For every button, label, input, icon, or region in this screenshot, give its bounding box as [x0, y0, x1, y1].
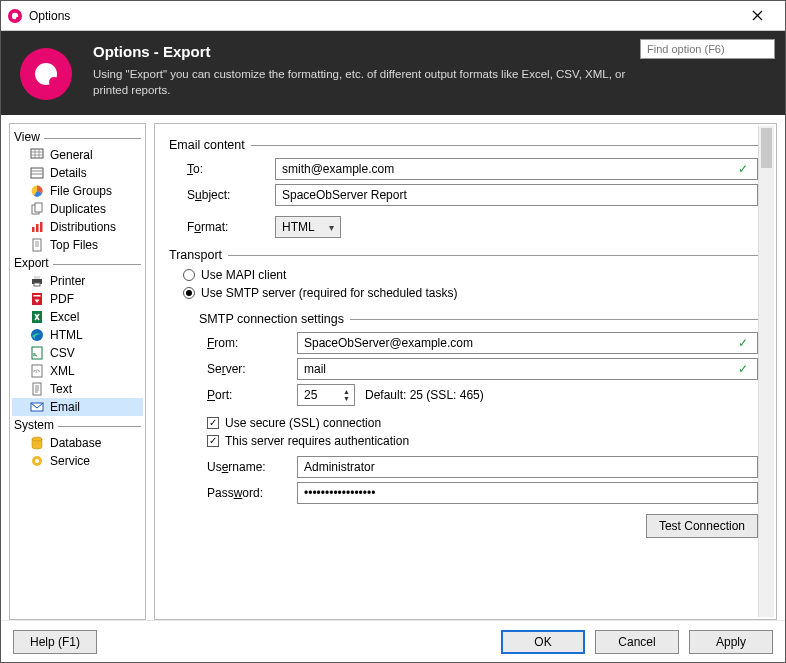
- sidebar-item-general[interactable]: General: [12, 146, 143, 164]
- sidebar-item-printer[interactable]: Printer: [12, 272, 143, 290]
- sidebar-item-label: Printer: [50, 274, 85, 288]
- svg-rect-14: [40, 222, 43, 232]
- sidebar-item-file-groups[interactable]: File Groups: [12, 182, 143, 200]
- svg-point-5: [49, 77, 59, 87]
- spin-up-icon[interactable]: ▲: [341, 388, 352, 395]
- username-input[interactable]: [297, 456, 758, 478]
- radio-mapi[interactable]: Use MAPI client: [183, 268, 758, 282]
- mail-icon: [30, 400, 44, 414]
- dialog-footer: Help (F1) OK Cancel Apply: [1, 620, 785, 662]
- svg-rect-13: [36, 224, 39, 232]
- find-option-search[interactable]: [640, 39, 775, 59]
- sidebar-item-distributions[interactable]: Distributions: [12, 218, 143, 236]
- subject-input[interactable]: [275, 184, 758, 206]
- txt-icon: [30, 382, 44, 396]
- password-input[interactable]: [297, 482, 758, 504]
- sidebar-group-view: View: [12, 128, 143, 146]
- sidebar-item-pdf[interactable]: PDF: [12, 290, 143, 308]
- sidebar-item-details[interactable]: Details: [12, 164, 143, 182]
- from-input[interactable]: ✓: [297, 332, 758, 354]
- sidebar-item-label: CSV: [50, 346, 75, 360]
- sidebar-item-label: Top Files: [50, 238, 98, 252]
- sidebar-item-csv[interactable]: a,CSV: [12, 344, 143, 362]
- checkbox-icon-checked: [207, 417, 219, 429]
- sidebar-group-export: Export: [12, 254, 143, 272]
- svg-rect-11: [35, 203, 42, 212]
- banner: Options - Export Using "Export" you can …: [1, 31, 785, 115]
- pie-icon: [30, 184, 44, 198]
- sidebar-item-label: Details: [50, 166, 87, 180]
- edge-icon: [30, 328, 44, 342]
- radio-icon: [183, 269, 195, 281]
- chevron-down-icon: ▾: [329, 222, 334, 233]
- gear-icon: [30, 454, 44, 468]
- sidebar-item-service[interactable]: Service: [12, 452, 143, 470]
- sidebar-item-email[interactable]: Email: [12, 398, 143, 416]
- content-area: ViewGeneralDetailsFile GroupsDuplicatesD…: [1, 115, 785, 620]
- apply-button[interactable]: Apply: [689, 630, 773, 654]
- port-input[interactable]: ▲▼: [297, 384, 355, 406]
- to-input[interactable]: ✓: [275, 158, 758, 180]
- options-window: Options Options - Export Using "Export" …: [0, 0, 786, 663]
- table-icon: [30, 166, 44, 180]
- window-title: Options: [29, 9, 70, 23]
- close-icon: [752, 10, 763, 21]
- svg-point-22: [31, 329, 43, 341]
- scrollbar-thumb[interactable]: [761, 128, 772, 168]
- main-panel: Email content To: ✓ Subject: Format: HTM…: [154, 123, 777, 620]
- sidebar-item-label: Distributions: [50, 220, 116, 234]
- pdf-icon: [30, 292, 44, 306]
- sidebar-item-label: PDF: [50, 292, 74, 306]
- check-ok-icon: ✓: [733, 162, 753, 176]
- sidebar-item-database[interactable]: Database: [12, 434, 143, 452]
- format-select[interactable]: HTML ▾: [275, 216, 341, 238]
- svg-text:a,: a,: [33, 351, 38, 357]
- test-connection-button[interactable]: Test Connection: [646, 514, 758, 538]
- printer-icon: [30, 274, 44, 288]
- from-label: From:: [207, 336, 297, 350]
- sidebar-item-xml[interactable]: </>XML: [12, 362, 143, 380]
- sidebar-item-label: Service: [50, 454, 90, 468]
- sidebar-item-label: Text: [50, 382, 72, 396]
- sidebar-item-excel[interactable]: Excel: [12, 308, 143, 326]
- sidebar-item-label: XML: [50, 364, 75, 378]
- help-button[interactable]: Help (F1): [13, 630, 97, 654]
- svg-rect-18: [34, 283, 40, 286]
- radio-smtp[interactable]: Use SMTP server (required for scheduled …: [183, 286, 758, 300]
- subject-label: Subject:: [187, 188, 275, 202]
- grid-icon: [30, 148, 44, 162]
- svg-rect-19: [32, 293, 42, 305]
- close-button[interactable]: [735, 2, 779, 30]
- svg-rect-12: [32, 227, 35, 232]
- sidebar-item-html[interactable]: HTML: [12, 326, 143, 344]
- group-email-content: Email content: [169, 138, 245, 152]
- xml-icon: </>: [30, 364, 44, 378]
- spin-down-icon[interactable]: ▼: [341, 395, 352, 402]
- to-label: To:: [187, 162, 275, 176]
- app-logo-icon: [19, 47, 73, 101]
- dup-icon: [30, 202, 44, 216]
- svg-rect-20: [34, 295, 41, 297]
- svg-rect-27: [33, 383, 41, 395]
- checkbox-auth[interactable]: This server requires authentication: [207, 434, 758, 448]
- password-label: Password:: [207, 486, 297, 500]
- username-label: Username:: [207, 460, 297, 474]
- sidebar-group-system: System: [12, 416, 143, 434]
- svg-rect-8: [31, 168, 43, 178]
- vertical-scrollbar[interactable]: [758, 126, 774, 617]
- sidebar-item-text[interactable]: Text: [12, 380, 143, 398]
- svg-rect-17: [34, 276, 40, 279]
- checkbox-ssl[interactable]: Use secure (SSL) connection: [207, 416, 758, 430]
- svg-point-2: [16, 16, 19, 19]
- sidebar-item-label: Database: [50, 436, 101, 450]
- sidebar-item-label: File Groups: [50, 184, 112, 198]
- sidebar-item-top-files[interactable]: Top Files: [12, 236, 143, 254]
- ok-button[interactable]: OK: [501, 630, 585, 654]
- sidebar-item-label: HTML: [50, 328, 83, 342]
- sidebar-item-duplicates[interactable]: Duplicates: [12, 200, 143, 218]
- port-label: Port:: [207, 388, 297, 402]
- svg-rect-7: [31, 149, 43, 158]
- cancel-button[interactable]: Cancel: [595, 630, 679, 654]
- server-input[interactable]: ✓: [297, 358, 758, 380]
- find-option-input[interactable]: [645, 42, 786, 56]
